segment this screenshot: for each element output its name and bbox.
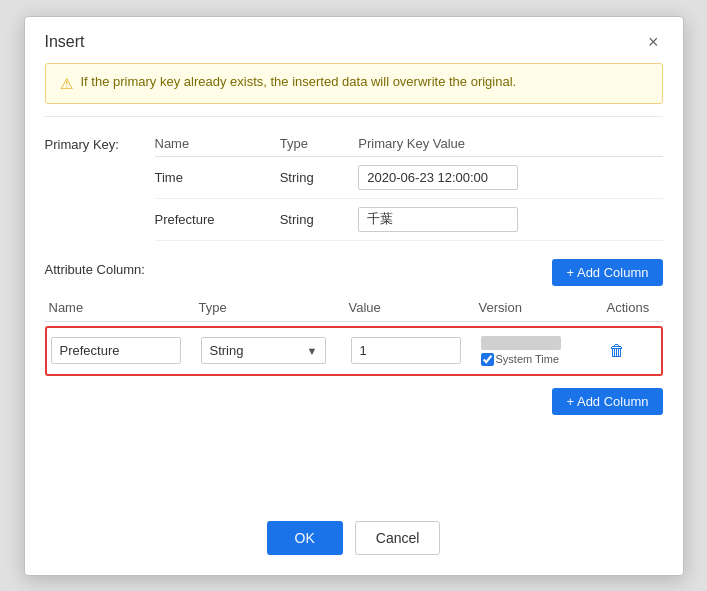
pk-col-value: Primary Key Value <box>358 131 662 157</box>
attr-name-cell <box>47 337 197 364</box>
insert-dialog: Insert × ⚠ If the primary key already ex… <box>24 16 684 576</box>
pk-col-type: Type <box>280 131 359 157</box>
attr-col-type: Type <box>195 300 345 315</box>
attr-version-cell: System Time <box>477 336 601 366</box>
divider <box>45 116 663 117</box>
attr-col-actions: Actions <box>603 300 663 315</box>
close-button[interactable]: × <box>644 31 663 53</box>
pk-row-type: String <box>280 198 359 240</box>
attr-col-value: Value <box>345 300 475 315</box>
pk-col-name: Name <box>155 131 280 157</box>
primary-key-section: Primary Key: Name Type Primary Key Value… <box>45 131 663 241</box>
dialog-footer: OK Cancel <box>25 497 683 575</box>
system-time-label: System Time <box>481 353 597 366</box>
attr-table-header: Name Type Value Version Actions <box>45 294 663 322</box>
table-row: Time String <box>155 156 663 198</box>
attr-col-name: Name <box>45 300 195 315</box>
ok-button[interactable]: OK <box>267 521 343 555</box>
version-bar <box>481 336 561 350</box>
pk-row-value <box>358 156 662 198</box>
primary-key-table: Name Type Primary Key Value Time String … <box>155 131 663 241</box>
attr-type-select[interactable]: String Integer Binary <box>201 337 326 364</box>
warning-icon: ⚠ <box>60 75 73 93</box>
attr-col-version: Version <box>475 300 603 315</box>
add-col-bottom-container: + Add Column <box>45 388 663 415</box>
attr-value-input[interactable] <box>351 337 461 364</box>
table-row: Prefecture String <box>155 198 663 240</box>
pk-row-value <box>358 198 662 240</box>
primary-key-label: Primary Key: <box>45 131 155 241</box>
add-column-top-button[interactable]: + Add Column <box>552 259 662 286</box>
pk-value-input[interactable] <box>358 207 518 232</box>
pk-value-input[interactable] <box>358 165 518 190</box>
dialog-body: Primary Key: Name Type Primary Key Value… <box>25 131 683 497</box>
attr-header-row: Attribute Column: + Add Column <box>45 259 663 286</box>
system-time-checkbox[interactable] <box>481 353 494 366</box>
attr-type-select-wrap: String Integer Binary ▼ <box>201 337 326 364</box>
delete-row-button[interactable]: 🗑 <box>605 342 629 360</box>
attr-value-cell <box>347 337 477 364</box>
attr-type-cell: String Integer Binary ▼ <box>197 337 347 364</box>
pk-row-type: String <box>280 156 359 198</box>
attribute-column-label: Attribute Column: <box>45 262 145 277</box>
warning-text: If the primary key already exists, the i… <box>81 74 517 89</box>
attribute-column-section: Attribute Column: + Add Column Name Type… <box>45 259 663 415</box>
attr-actions-cell: 🗑 <box>601 342 661 360</box>
add-column-bottom-button[interactable]: + Add Column <box>552 388 662 415</box>
warning-banner: ⚠ If the primary key already exists, the… <box>45 63 663 104</box>
attr-table-row: String Integer Binary ▼ System Time <box>45 326 663 376</box>
pk-row-name: Prefecture <box>155 198 280 240</box>
attr-name-input[interactable] <box>51 337 181 364</box>
dialog-header: Insert × <box>25 17 683 63</box>
dialog-title: Insert <box>45 33 85 51</box>
pk-row-name: Time <box>155 156 280 198</box>
cancel-button[interactable]: Cancel <box>355 521 441 555</box>
